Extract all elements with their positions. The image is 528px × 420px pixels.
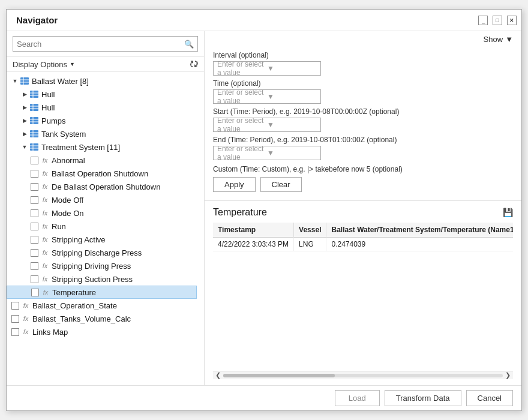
- checkbox-links-map[interactable]: [11, 328, 19, 336]
- refresh-icon-button[interactable]: 🗘: [190, 59, 198, 69]
- checkbox-stripping-suction-press[interactable]: [31, 275, 38, 283]
- tree-item-ballast-op-state[interactable]: fx Ballast_Operation_State: [7, 299, 197, 312]
- fx-icon-abnormal: fx: [41, 157, 49, 164]
- right-top-bar: Show ▼: [205, 31, 521, 44]
- fx-icon-links-map: fx: [22, 328, 30, 335]
- search-bar: 🔍: [7, 31, 204, 57]
- interval-select[interactable]: Enter or select a value ▼: [213, 61, 321, 76]
- tree-item-abnormal[interactable]: fx Abnormal: [7, 154, 197, 167]
- checkbox-stripping-discharge-press[interactable]: [31, 249, 38, 257]
- tree-item-ballast-tanks-vol-calc[interactable]: fx Ballast_Tanks_Volume_Calc: [7, 312, 197, 325]
- cell-vessel: LNG: [294, 238, 326, 251]
- checkbox-mode-off[interactable]: [31, 196, 38, 204]
- table-body: 4/22/2022 3:03:43 PM LNG 0.2474039: [213, 238, 513, 251]
- fx-icon-ballast-op-shutdown: fx: [41, 170, 49, 177]
- title-bar: Navigator ⎯ □ ✕: [7, 10, 521, 31]
- tree-item-pumps[interactable]: ▶ Pumps: [7, 114, 197, 127]
- export-icon[interactable]: 💾: [503, 208, 513, 217]
- tree-item-stripping-discharge-press[interactable]: fx Stripping Discharge Press: [7, 246, 197, 259]
- scroll-left-button[interactable]: ❮: [215, 371, 221, 379]
- minimize-button[interactable]: ⎯: [478, 16, 488, 25]
- start-label: Start (Time: Period), e.g. 2019-10-08T00…: [213, 107, 513, 116]
- preview-header: Temperature 💾: [213, 207, 513, 218]
- checkbox-temperature[interactable]: [31, 289, 39, 296]
- tree-item-run[interactable]: fx Run: [7, 220, 197, 233]
- search-icon: 🔍: [184, 40, 194, 49]
- table-icon-ballast-water: [20, 77, 29, 85]
- tree-label-abnormal: Abnormal: [52, 156, 85, 165]
- checkbox-ballast-op-state[interactable]: [11, 302, 19, 310]
- tree-item-stripping-suction-press[interactable]: fx Stripping Suction Press: [7, 272, 197, 286]
- display-options-bar: Display Options ▼ 🗘: [7, 57, 204, 72]
- checkbox-mode-on[interactable]: [31, 209, 38, 217]
- col-header-value: Ballast Water/Treatment System/Temperatu…: [326, 223, 513, 238]
- tree-item-mode-off[interactable]: fx Mode Off: [7, 193, 197, 206]
- fx-icon-ballast-tanks-vol-calc: fx: [22, 315, 30, 322]
- expand-arrow-treatment-system: ▼: [21, 143, 28, 151]
- close-button[interactable]: ✕: [507, 16, 517, 25]
- checkbox-abnormal[interactable]: [31, 157, 38, 164]
- cell-timestamp: 4/22/2022 3:03:43 PM: [213, 238, 294, 251]
- table-icon-pumps: [29, 116, 39, 125]
- checkbox-stripping-active[interactable]: [31, 236, 38, 244]
- cancel-button[interactable]: Cancel: [466, 390, 513, 406]
- load-button[interactable]: Load: [335, 390, 380, 406]
- restore-button[interactable]: □: [493, 16, 502, 25]
- tree-item-tank-system[interactable]: ▶ Tank System: [7, 127, 197, 140]
- search-input[interactable]: [17, 40, 184, 49]
- tree-item-ballast-water[interactable]: ▼ Ballast Water [8]: [7, 74, 197, 88]
- scroll-right-button[interactable]: ❯: [505, 371, 511, 379]
- navigator-window: Navigator ⎯ □ ✕ 🔍 Display Options ▼ 🗘: [6, 9, 522, 411]
- horizontal-scrollbar: ❮ ❯: [213, 371, 513, 379]
- tree-item-temperature[interactable]: fx Temperature: [7, 286, 197, 299]
- time-select[interactable]: Enter or select a value ▼: [213, 89, 321, 104]
- filter-buttons: Apply Clear: [213, 177, 513, 192]
- tree-label-de-ballast-op-shutdown: De Ballast Operation Shutdown: [52, 182, 160, 191]
- start-select[interactable]: Enter or select a value ▼: [213, 118, 321, 132]
- tree-item-hull2[interactable]: ▶ Hull: [7, 101, 197, 114]
- fx-icon-stripping-driving-press: fx: [41, 262, 49, 269]
- tree-item-hull1[interactable]: ▶ Hull: [7, 88, 197, 101]
- show-button[interactable]: Show ▼: [484, 35, 513, 44]
- tree-label-stripping-discharge-press: Stripping Discharge Press: [52, 248, 142, 257]
- clear-button[interactable]: Clear: [260, 177, 302, 192]
- fx-icon-temperature: fx: [41, 289, 50, 296]
- end-placeholder: Enter or select a value: [217, 145, 267, 161]
- transform-data-button[interactable]: Transform Data: [385, 390, 461, 406]
- svg-rect-12: [30, 117, 38, 124]
- time-placeholder: Enter or select a value: [217, 88, 267, 105]
- end-label: End (Time: Period), e.g. 2019-10-08T01:0…: [213, 136, 513, 144]
- checkbox-ballast-tanks-vol-calc[interactable]: [11, 315, 19, 323]
- tree-item-treatment-system[interactable]: ▼ Treatment System [11]: [7, 140, 197, 154]
- col-header-timestamp: Timestamp: [213, 223, 294, 238]
- chevron-down-icon: ▼: [70, 61, 75, 67]
- checkbox-de-ballast-op-shutdown[interactable]: [31, 183, 38, 191]
- tree-label-stripping-active: Stripping Active: [52, 235, 106, 244]
- tree-label-stripping-suction-press: Stripping Suction Press: [52, 275, 133, 284]
- tree-label-treatment-system: Treatment System [11]: [41, 143, 120, 152]
- tree-item-stripping-driving-press[interactable]: fx Stripping Driving Press: [7, 259, 197, 272]
- checkbox-ballast-op-shutdown[interactable]: [31, 170, 38, 178]
- checkbox-stripping-driving-press[interactable]: [31, 262, 38, 270]
- preview-title: Temperature: [213, 207, 267, 218]
- tree-item-mode-on[interactable]: fx Mode On: [7, 206, 197, 220]
- tree-item-ballast-op-shutdown[interactable]: fx Ballast Operation Shutdown: [7, 167, 197, 180]
- show-label: Show: [484, 35, 503, 44]
- display-options-button[interactable]: Display Options ▼: [13, 60, 75, 69]
- tree-label-ballast-op-state: Ballast_Operation_State: [32, 301, 117, 310]
- tree-item-links-map[interactable]: fx Links Map: [7, 325, 197, 338]
- tree-label-hull2: Hull: [41, 103, 55, 112]
- checkbox-run[interactable]: [31, 223, 38, 230]
- fx-icon-mode-on: fx: [41, 209, 49, 217]
- end-select[interactable]: Enter or select a value ▼: [213, 146, 321, 160]
- search-input-wrap: 🔍: [13, 36, 198, 52]
- tree-item-stripping-active[interactable]: fx Stripping Active: [7, 233, 197, 246]
- time-label: Time (optional): [213, 79, 513, 88]
- tree-item-de-ballast-op-shutdown[interactable]: fx De Ballast Operation Shutdown: [7, 180, 197, 193]
- apply-button[interactable]: Apply: [213, 177, 256, 192]
- window-controls: ⎯ □ ✕: [478, 16, 517, 25]
- left-panel: 🔍 Display Options ▼ 🗘 ▼: [7, 31, 205, 385]
- right-panel: Show ▼ Interval (optional) Enter or sele…: [205, 31, 521, 385]
- fx-icon-ballast-op-state: fx: [22, 302, 30, 309]
- horizontal-scroll-track: [223, 374, 503, 377]
